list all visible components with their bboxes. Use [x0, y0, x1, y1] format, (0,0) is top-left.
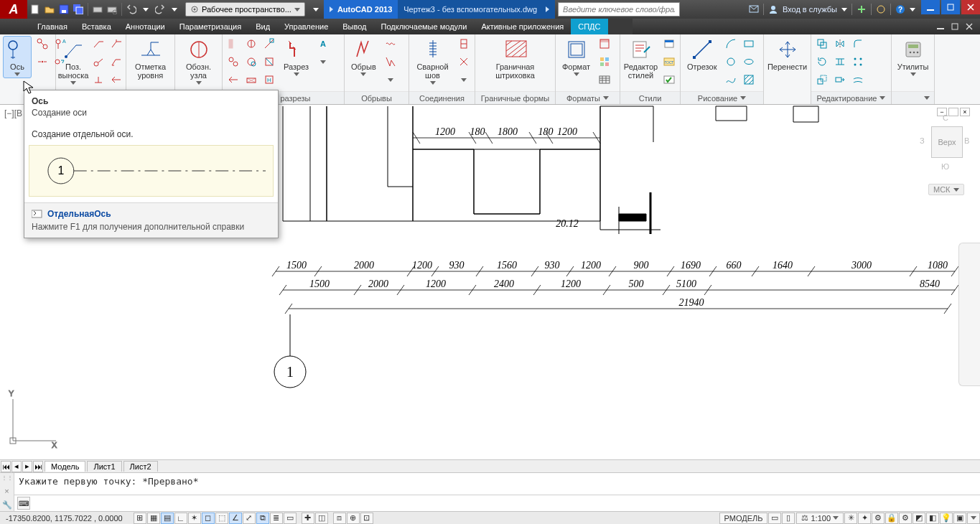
cmd-prompt-icon[interactable]: ⌨	[17, 497, 30, 510]
navigation-bar[interactable]	[958, 243, 980, 386]
weld-dd-icon[interactable]	[456, 72, 472, 88]
style-check-icon[interactable]	[661, 72, 677, 88]
window-restore[interactable]	[941, 0, 960, 14]
axis-button[interactable]: Ось	[3, 36, 32, 78]
style-gost-icon[interactable]: ГОСТ	[661, 54, 677, 70]
tab-sheet1[interactable]: Лист1	[87, 461, 121, 472]
style-v1-icon[interactable]	[661, 36, 677, 52]
tab-manage[interactable]: Управление	[277, 19, 335, 34]
sb-extra1-icon[interactable]: ⧈	[333, 513, 346, 524]
section-v9-icon[interactable]: H	[261, 72, 277, 88]
format-v3-icon[interactable]	[597, 72, 612, 88]
doc-minimize[interactable]	[934, 21, 947, 32]
edit-mirror-icon[interactable]	[832, 36, 848, 52]
leader-v6-icon[interactable]	[108, 72, 124, 88]
tab-view[interactable]: Вид	[248, 19, 277, 34]
cmdline-grip[interactable]: ⋮⋮ × 🔧	[0, 473, 14, 511]
qat-more-icon[interactable]	[309, 3, 322, 16]
plot-preview-icon[interactable]	[106, 3, 118, 16]
section-v2-icon[interactable]	[243, 36, 259, 52]
sb-otrack-icon[interactable]: ∠	[229, 513, 242, 524]
move-button[interactable]: Перенести	[767, 36, 808, 73]
cmdline-close-icon[interactable]: ×	[4, 487, 9, 495]
sb-anno2-icon[interactable]: ✦	[858, 513, 871, 524]
boundary-hatch-button[interactable]: Граничная штриховка	[478, 36, 552, 82]
sb-layout1-icon[interactable]: ▭	[768, 513, 781, 524]
section-button[interactable]: Разрез	[280, 36, 312, 78]
sb-grid-icon[interactable]: ▤	[161, 513, 174, 524]
sb-space[interactable]: РМОДЕЛЬ	[719, 513, 768, 524]
help-icon[interactable]: ?	[895, 4, 905, 14]
app-menu-button[interactable]: A	[0, 0, 27, 19]
draw-spline-icon[interactable]	[723, 72, 739, 88]
section-v5-icon[interactable]	[243, 54, 259, 70]
sb-ortho-icon[interactable]: ∟	[174, 513, 187, 524]
sb-lock-icon[interactable]: 🔒	[885, 513, 898, 524]
doc-close[interactable]	[963, 21, 976, 32]
draw-hatch-icon[interactable]	[741, 72, 757, 88]
tab-plugins[interactable]: Подключаемые модули	[374, 19, 475, 34]
window-close[interactable]	[961, 0, 980, 14]
cmdline-wrench-icon[interactable]: 🔧	[2, 500, 12, 510]
workspace-dropdown[interactable]: Рабочее пространство...	[185, 2, 305, 17]
tab-home[interactable]: Главная	[30, 19, 75, 34]
cmd-input[interactable]	[33, 496, 980, 510]
tab-first-icon[interactable]: ⏮	[1, 461, 11, 472]
edit-array-icon[interactable]	[850, 54, 866, 70]
sb-bulb-icon[interactable]: 💡	[940, 513, 953, 524]
tab-annotate[interactable]: Аннотации	[118, 19, 172, 34]
leader-v5-icon[interactable]	[90, 72, 106, 88]
sb-lwt-icon[interactable]: ≣	[270, 513, 283, 524]
redo-icon[interactable]	[154, 3, 167, 16]
new-icon[interactable]	[29, 3, 42, 16]
sb-tpy-icon[interactable]: ▭	[284, 513, 297, 524]
format-v2-icon[interactable]	[597, 54, 612, 70]
saveas-icon[interactable]	[72, 3, 85, 16]
format-button[interactable]: Формат	[559, 36, 594, 78]
help-search[interactable]	[558, 2, 680, 17]
sb-osnap-icon[interactable]: ◻	[202, 513, 215, 524]
weld-v1-icon[interactable]	[456, 36, 472, 52]
sb-snap-icon[interactable]: ▦	[147, 513, 160, 524]
sb-tray-icon[interactable]	[967, 513, 980, 524]
sb-hw-icon[interactable]: ⚙	[899, 513, 912, 524]
redo-dd-icon[interactable]	[168, 3, 181, 16]
vp-max-icon[interactable]	[948, 108, 958, 116]
section-v6-icon[interactable]	[261, 54, 277, 70]
node-mark-button[interactable]: Обозн. узла	[178, 36, 219, 87]
draw-ellipse-icon[interactable]	[741, 54, 757, 70]
weld-button[interactable]: Сварной шов	[412, 36, 453, 87]
line-button[interactable]: Отрезок	[683, 36, 720, 73]
break-dd-icon[interactable]	[383, 72, 398, 88]
sb-clean-icon[interactable]: ▣	[953, 513, 966, 524]
tab-spds[interactable]: СПДС	[571, 19, 607, 34]
sb-ws-icon[interactable]: ⚙	[872, 513, 885, 524]
section-v3-icon[interactable]	[261, 36, 277, 52]
save-icon[interactable]	[57, 3, 70, 16]
exchange-icon[interactable]	[857, 4, 867, 14]
break-button[interactable]: Обрыв	[347, 36, 380, 78]
leader-v3-icon[interactable]	[90, 54, 106, 70]
section-v8-icon[interactable]	[243, 72, 259, 88]
tab-parametric[interactable]: Параметризация	[172, 19, 248, 34]
tab-sheet2[interactable]: Лист2	[123, 461, 158, 472]
section-extra-icon[interactable]	[315, 54, 331, 70]
section-v4-icon[interactable]	[225, 54, 241, 70]
undo-dd-icon[interactable]	[139, 3, 152, 16]
tab-blank[interactable]	[608, 19, 633, 34]
doc-restore[interactable]	[948, 21, 961, 32]
tab-model[interactable]: Модель	[45, 461, 85, 472]
style-editor-button[interactable]: Редактор стилей	[623, 36, 658, 82]
leader-button[interactable]: Поз. выноска	[59, 36, 88, 87]
weld-v2-icon[interactable]	[456, 54, 472, 70]
draw-circle-icon[interactable]	[723, 54, 739, 70]
edit-stretch-icon[interactable]	[832, 72, 848, 88]
edit-offset-icon[interactable]	[850, 72, 866, 88]
tab-last-icon[interactable]: ⏭	[33, 461, 43, 472]
vp-min-icon[interactable]: −	[937, 108, 947, 116]
infocenter-icon[interactable]	[749, 4, 759, 14]
sb-annoscale[interactable]: ⚖1:100	[796, 513, 844, 524]
edit-scale-icon[interactable]	[814, 72, 830, 88]
sb-3dosnap-icon[interactable]: ⬚	[215, 513, 228, 524]
signin-link[interactable]: Вход в службы	[783, 5, 837, 14]
